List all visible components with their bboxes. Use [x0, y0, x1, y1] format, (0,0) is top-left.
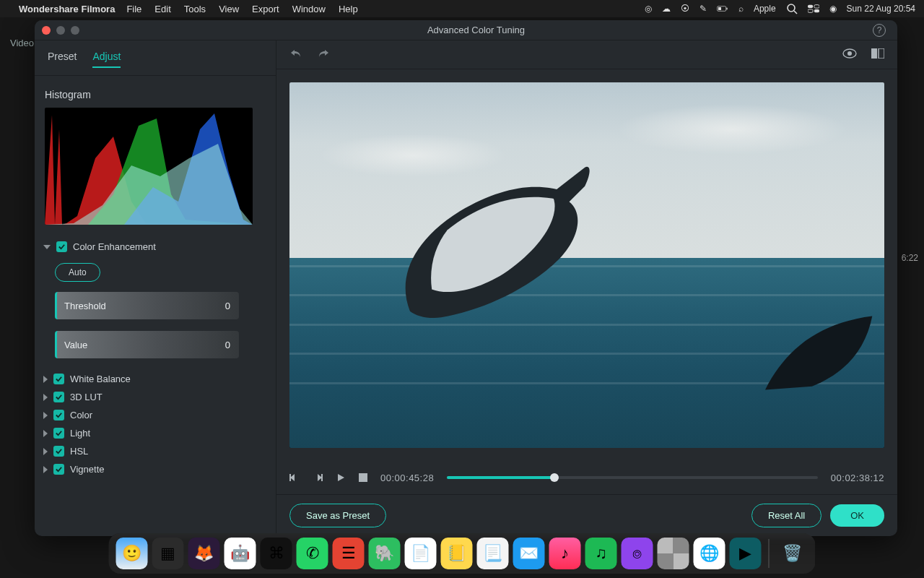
background-timecode: 6:22 — [902, 253, 918, 263]
minimize-window-button[interactable] — [56, 26, 65, 35]
section-label: Light — [70, 428, 90, 439]
dock-notes-icon[interactable]: 📄 — [405, 538, 437, 569]
app-name[interactable]: Wondershare Filmora — [19, 4, 115, 14]
modal-titlebar: Advanced Color Tuning ? — [35, 20, 897, 40]
compare-toggle-icon[interactable] — [842, 48, 857, 61]
checkbox-vignette[interactable] — [53, 464, 64, 475]
playback-track[interactable] — [447, 476, 818, 479]
step-back-button[interactable] — [289, 473, 300, 483]
svg-rect-15 — [359, 473, 367, 482]
slider-label: Value — [64, 340, 87, 350]
video-preview[interactable] — [289, 82, 884, 448]
section-vignette[interactable]: Vignette — [42, 460, 266, 478]
dock-app-icon[interactable]: 🤖 — [225, 538, 256, 569]
playback-current-time: 00:00:45:28 — [380, 473, 434, 483]
checkbox-hsl[interactable] — [53, 446, 64, 457]
dock-chrome-icon[interactable]: 🌐 — [694, 538, 725, 569]
status-siri-icon[interactable]: ◉ — [829, 4, 837, 14]
slider-threshold[interactable]: Threshold 0 — [55, 292, 239, 319]
modal-title: Advanced Color Tuning — [79, 25, 873, 35]
reset-all-button[interactable]: Reset All — [751, 504, 821, 527]
dock-filmora-icon[interactable]: ▶ — [730, 538, 762, 569]
menu-window[interactable]: Window — [292, 4, 326, 14]
menu-edit[interactable]: Edit — [154, 4, 170, 14]
dock-todoist-icon[interactable]: ☰ — [333, 538, 365, 569]
chevron-right-icon — [43, 466, 48, 473]
dock-whatsapp-icon[interactable]: ✆ — [297, 538, 328, 569]
help-icon[interactable]: ? — [873, 24, 886, 37]
section-3d_lut[interactable]: 3D LUT — [42, 388, 266, 406]
close-window-button[interactable] — [42, 26, 51, 35]
step-forward-button[interactable] — [313, 473, 323, 483]
redo-icon[interactable] — [317, 48, 330, 62]
playback-bar: 00:00:45:28 00:02:38:12 — [276, 461, 897, 494]
menu-file[interactable]: File — [126, 4, 141, 14]
split-view-icon[interactable] — [871, 48, 884, 61]
preview-area — [276, 69, 897, 461]
ok-button[interactable]: OK — [830, 504, 884, 527]
slider-value: 0 — [225, 301, 230, 311]
right-panel: 00:00:45:28 00:02:38:12 Save as Preset R… — [276, 40, 897, 536]
dock-firefox-icon[interactable]: 🦊 — [188, 538, 220, 569]
menu-export[interactable]: Export — [252, 4, 279, 14]
chevron-right-icon — [43, 376, 48, 383]
dock-spotify-icon[interactable]: ♫ — [585, 538, 617, 569]
auto-button[interactable]: Auto — [55, 263, 100, 282]
play-button[interactable] — [336, 473, 346, 483]
dock-launchpad-icon[interactable]: ▦ — [152, 538, 184, 569]
status-pencil-icon[interactable]: ✎ — [699, 4, 707, 14]
dock-evernote-icon[interactable]: 🐘 — [369, 538, 401, 569]
adjust-scroll[interactable]: Histogram Color Enhancement — [35, 76, 276, 536]
section-color-enhancement[interactable]: Color Enhancement — [42, 238, 266, 256]
status-search-icon[interactable] — [786, 3, 798, 14]
preview-toolbar — [276, 40, 897, 69]
slider-value-param[interactable]: Value 0 — [55, 331, 239, 358]
section-white_balance[interactable]: White Balance — [42, 370, 266, 388]
dock-finder-icon[interactable]: 🙂 — [116, 538, 148, 569]
fin-graphic — [765, 302, 872, 397]
tab-adjust[interactable]: Adjust — [92, 51, 121, 68]
tab-preset[interactable]: Preset — [48, 51, 77, 68]
checkbox-light[interactable] — [53, 428, 64, 439]
status-record-icon[interactable]: ⦿ — [681, 4, 689, 14]
checkbox-color-enhancement[interactable] — [56, 241, 67, 252]
checkbox-white_balance[interactable] — [53, 374, 64, 384]
svg-line-4 — [794, 11, 797, 14]
background-sidebar-label: Video — [10, 38, 34, 48]
chevron-right-icon — [43, 430, 48, 437]
zoom-window-button[interactable] — [71, 26, 79, 35]
status-account[interactable]: Apple — [754, 4, 776, 14]
section-hsl[interactable]: HSL — [42, 442, 266, 460]
menu-help[interactable]: Help — [339, 4, 358, 14]
status-battery-icon[interactable] — [717, 3, 728, 14]
section-label: Color Enhancement — [73, 241, 156, 252]
dock-stickies-icon[interactable]: 📒 — [441, 538, 473, 569]
svg-rect-5 — [808, 5, 813, 8]
status-cloud-icon[interactable]: ☁ — [662, 4, 671, 14]
dock-podcasts-icon[interactable]: ⌾ — [622, 538, 653, 569]
menu-tools[interactable]: Tools — [184, 4, 206, 14]
checkbox-color[interactable] — [53, 410, 64, 420]
status-datetime[interactable]: Sun 22 Aug 20:54 — [847, 4, 915, 14]
dock-terminal-icon[interactable]: ⌘ — [261, 538, 292, 569]
section-color[interactable]: Color — [42, 406, 266, 424]
dock-libreoffice-icon[interactable]: 📃 — [477, 538, 509, 569]
checkbox-3d_lut[interactable] — [53, 392, 64, 402]
chevron-down-icon — [43, 245, 51, 249]
svg-rect-2 — [718, 7, 721, 10]
status-control-center-icon[interactable] — [808, 3, 819, 14]
status-link-icon[interactable]: ⌕ — [738, 4, 744, 14]
chevron-right-icon — [43, 448, 48, 455]
section-light[interactable]: Light — [42, 424, 266, 442]
section-label: White Balance — [70, 374, 131, 384]
dock-chess-icon[interactable] — [658, 538, 689, 569]
menu-view[interactable]: View — [219, 4, 239, 14]
status-sync-icon[interactable]: ◎ — [645, 4, 652, 14]
dock-music-icon[interactable]: ♪ — [549, 538, 581, 569]
stop-button[interactable] — [359, 473, 367, 482]
section-label: Vignette — [70, 464, 104, 475]
dock-mail-icon[interactable]: ✉️ — [513, 538, 545, 569]
undo-icon[interactable] — [289, 48, 302, 62]
dock-trash-icon[interactable]: 🗑️ — [777, 538, 808, 569]
save-as-preset-button[interactable]: Save as Preset — [289, 504, 386, 527]
